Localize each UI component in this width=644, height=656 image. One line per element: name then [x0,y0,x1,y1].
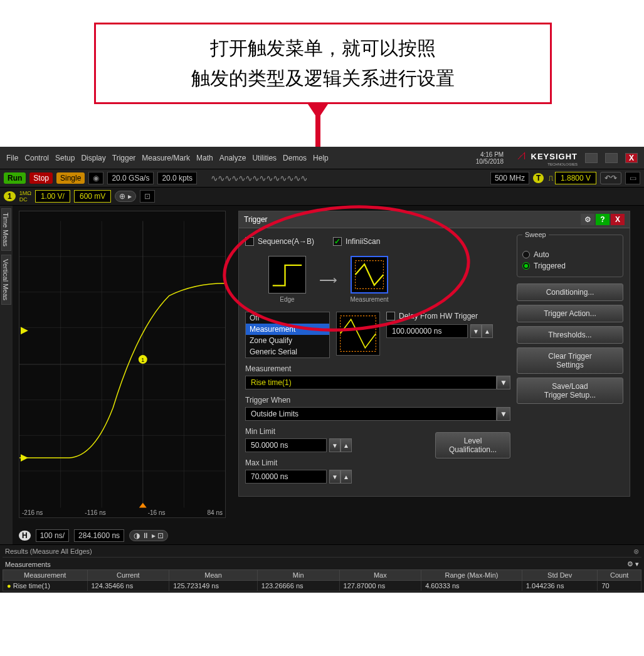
stop-button[interactable]: Stop [29,172,53,184]
min-limit-field[interactable]: 50.0000 ns [245,438,327,452]
measurements-table: Measurement Current Mean Min Max Range (… [3,569,641,591]
channel-offset-field[interactable]: 600 mV [74,190,111,203]
add-channel-icon[interactable]: ⊡ [140,190,155,203]
menu-help[interactable]: Help [313,154,329,162]
timebase-delay-field[interactable]: 284.1600 ns [74,529,124,542]
menu-demos[interactable]: Demos [283,154,307,162]
thresholds-button[interactable]: Thresholds... [517,326,623,344]
layout-icon[interactable]: ▭ [625,172,640,184]
gear-icon[interactable]: ⚙ ▾ [627,560,639,568]
table-row[interactable]: ● Rise time(1) 124.35466 ns 125.723149 n… [3,581,641,591]
sample-rate-field[interactable]: 20.0 GSa/s [107,172,154,184]
trigger-dialog-title-bar[interactable]: Trigger ⚙ ? X [239,211,630,228]
dialog-close-icon[interactable]: X [611,214,625,225]
memory-depth-field[interactable]: 20.0 kpts [157,172,197,184]
max-limit-field[interactable]: 70.0000 ns [245,470,327,484]
channel-scale-field[interactable]: 1.00 V/ [35,190,70,203]
menu-display[interactable]: Display [81,154,105,162]
xtick: -116 ns [85,509,105,516]
col-range[interactable]: Range (Max-Min) [421,570,522,581]
measurement-combo[interactable]: Rise time(1) ▼ [245,376,510,389]
dialog-title: Trigger [244,215,579,224]
infiniiscan-mode-list[interactable]: Off Measurement Zone Qualify Generic Ser… [245,312,330,358]
col-stddev[interactable]: Std Dev [522,570,598,581]
measurement-label: Measurement [245,364,510,373]
delay-hw-trigger-checkbox[interactable]: Delay From HW Trigger [386,312,493,320]
bandwidth-field[interactable]: 500 MHz [490,172,529,184]
gear-icon[interactable]: ⚙ [581,214,594,225]
clear-trigger-button[interactable]: Clear Trigger Settings [517,347,623,374]
waveform-grid[interactable]: 1 -216 ns -116 ns -16 ns 84 ns [19,211,226,518]
tab-time-meas[interactable]: Time Meas [1,208,11,251]
delay-value-field[interactable]: 100.000000 ns [386,324,468,338]
list-item[interactable]: Zone Qualify [246,335,329,346]
menu-utilities[interactable]: Utilities [252,154,277,162]
cell-max: 127.87000 ns [339,581,421,591]
menu-math[interactable]: Math [196,154,213,162]
menu-analyze[interactable]: Analyze [219,154,246,162]
col-measurement[interactable]: Measurement [3,570,88,581]
checkbox-icon [245,237,254,246]
maximize-button[interactable] [605,153,618,163]
timebase-scale-field[interactable]: 100 ns/ [36,529,69,542]
menu-file[interactable]: File [6,154,18,162]
results-close-icon[interactable]: ⊗ [633,548,639,556]
trigger-action-button[interactable]: Trigger Action... [517,305,623,322]
down-arrow-icon[interactable]: ▼ [470,324,482,338]
menu-setup[interactable]: Setup [55,154,75,162]
autoscale-icon[interactable]: ◉ [88,172,103,184]
sweep-triggered-radio[interactable]: Triggered [522,260,618,272]
delay-label: Delay From HW Trigger [399,312,478,320]
up-arrow-icon[interactable]: ▲ [340,438,352,452]
down-arrow-icon[interactable]: ▼ [329,438,340,452]
trigger-when-combo[interactable]: Outside Limits ▼ [245,407,510,421]
single-button[interactable]: Single [56,172,85,184]
chevron-down-icon[interactable]: ▼ [497,407,510,421]
cell-name: Rise time(1) [13,582,50,590]
trigger-dialog: Trigger ⚙ ? X Sequence(A→B) InfiniiScan [238,211,630,497]
trigger-level-field[interactable]: 1.8800 V [555,172,596,184]
down-arrow-icon[interactable]: ▼ [329,470,340,484]
xtick: -16 ns [148,509,166,516]
horizontal-badge[interactable]: H [19,531,31,541]
close-button[interactable]: X [625,153,638,163]
infiniiscan-checkbox[interactable]: InfiniiScan [333,237,380,246]
tab-vertical-meas[interactable]: Vertical Meas [1,255,11,305]
trigger-indicator[interactable]: T ⎍ 1.8800 V [533,174,596,183]
help-icon[interactable]: ? [596,214,610,225]
sequence-checkbox[interactable]: Sequence(A→B) [245,237,314,246]
edge-node[interactable]: Edge [264,256,310,303]
menu-trigger[interactable]: Trigger [112,154,136,162]
sidebar-tabs: Time Meas Vertical Meas [0,206,13,544]
conditioning-button[interactable]: Conditioning... [517,283,623,301]
updown-control[interactable]: ⊕ ▸ [115,191,135,202]
row-marker-icon: ● [7,582,11,590]
channel-1-badge[interactable]: 1 [4,191,16,201]
measurements-title: Measurements [5,561,51,568]
cell-mean: 125.723149 ns [169,581,258,591]
minimize-button[interactable] [585,153,598,163]
list-item[interactable]: Measurement [246,324,329,335]
menu-control[interactable]: Control [24,154,49,162]
cell-min: 123.26666 ns [257,581,339,591]
list-item[interactable]: Generic Serial [246,346,329,357]
col-current[interactable]: Current [87,570,169,581]
col-mean[interactable]: Mean [169,570,258,581]
undo-redo-buttons[interactable]: ↶↷ [600,172,621,184]
delay-spinner[interactable]: ▼ ▲ [470,324,493,338]
menu-measure-mark[interactable]: Measure/Mark [142,154,190,162]
run-button[interactable]: Run [4,172,26,184]
level-qualification-button[interactable]: Level Qualification... [435,432,510,458]
measurement-node[interactable]: Measurement [346,256,393,303]
col-max[interactable]: Max [339,570,421,581]
chevron-down-icon[interactable]: ▼ [497,376,510,389]
up-arrow-icon[interactable]: ▲ [340,470,352,484]
col-min[interactable]: Min [257,570,339,581]
save-load-trigger-button[interactable]: Save/Load Trigger Setup... [517,378,623,404]
up-arrow-icon[interactable]: ▲ [482,324,493,338]
timebase-updown[interactable]: ◑ ⏸ ▸ ⊡ [129,530,168,541]
waveform-preview-icon: ∿∿∿∿∿∿∿∿∿∿∿∿∿∿ [211,173,307,183]
sweep-auto-radio[interactable]: Auto [522,249,618,260]
list-item[interactable]: Off [246,312,329,324]
col-count[interactable]: Count [598,570,641,581]
